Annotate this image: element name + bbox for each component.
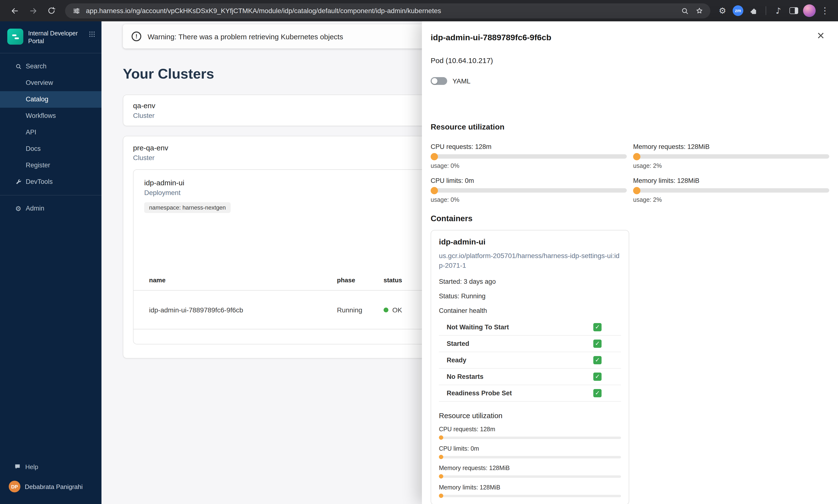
sidebar-divider <box>0 195 102 195</box>
progress-bar <box>439 475 621 478</box>
user-menu[interactable]: DP Debabrata Panigrahi <box>0 476 102 497</box>
check-row: Readiness Probe Set <box>439 385 621 401</box>
progress-bar <box>431 154 627 159</box>
help-chat-icon <box>14 463 21 470</box>
sidebar-item-overview[interactable]: Overview <box>0 74 102 91</box>
container-image: us.gcr.io/platform-205701/harness/harnes… <box>439 251 621 270</box>
progress-dot <box>431 187 438 194</box>
drawer-title: idp-admin-ui-7889789fc6-9f6cb <box>431 33 827 43</box>
container-name: idp-admin-ui <box>439 238 621 247</box>
progress-bar <box>431 188 627 193</box>
metric-cpu-requests: CPU requests: 128m usage: 0% <box>431 143 627 169</box>
status-ok-icon <box>384 307 388 312</box>
extension-gear-icon[interactable] <box>716 4 729 17</box>
container-health-checks: Not Waiting To Start Started Ready No Re… <box>439 319 621 401</box>
media-controls-icon[interactable] <box>772 4 785 17</box>
sidebar-item-api[interactable]: API <box>0 124 102 140</box>
close-icon[interactable] <box>817 29 824 42</box>
back-button[interactable] <box>7 3 22 18</box>
help-button[interactable]: Help <box>0 457 102 476</box>
sidebar: Internal Developer Portal Search Overvie… <box>0 21 102 504</box>
resource-utilization-heading: Resource utilization <box>431 123 827 131</box>
column-header-name: name <box>149 276 337 284</box>
warning-icon: ! <box>132 32 141 41</box>
container-metric-cpu-requests: CPU requests: 128m <box>439 426 621 439</box>
zoom-extension-icon[interactable]: zm <box>732 4 744 17</box>
bookmark-star-icon[interactable] <box>694 6 704 16</box>
sidebar-item-label: DevTools <box>26 178 53 185</box>
pod-ip-subtitle: Pod (10.64.10.217) <box>431 56 827 65</box>
sidebar-divider <box>0 53 102 53</box>
chrome-menu-icon[interactable] <box>819 4 831 17</box>
progress-dot <box>633 153 641 160</box>
sidebar-item-register[interactable]: Register <box>0 157 102 174</box>
column-header-phase: phase <box>337 276 384 284</box>
container-started: Started: 3 days ago <box>439 278 621 285</box>
user-avatar: DP <box>9 481 20 492</box>
sidebar-item-label: Admin <box>26 205 45 212</box>
check-row: Ready <box>439 352 621 368</box>
check-icon <box>593 356 601 364</box>
toggle-knob <box>432 78 437 84</box>
apps-grid-icon[interactable] <box>88 29 95 40</box>
container-metric-memory-limits: Memory limits: 128MiB <box>439 484 621 497</box>
pod-phase-cell: Running <box>337 306 384 313</box>
sidebar-item-label: Workflows <box>26 112 56 119</box>
reload-button[interactable] <box>44 3 59 18</box>
sidebar-item-label: Search <box>26 62 47 70</box>
sidebar-item-workflows[interactable]: Workflows <box>0 107 102 124</box>
sidebar-item-search[interactable]: Search <box>0 58 102 74</box>
profile-avatar[interactable] <box>803 4 816 17</box>
sidebar-item-admin[interactable]: Admin <box>0 200 102 217</box>
site-info-icon[interactable] <box>71 6 81 16</box>
warning-text: Warning: There was a problem retrieving … <box>147 32 343 40</box>
check-icon <box>593 323 601 331</box>
reload-icon <box>47 6 56 15</box>
metric-memory-requests: Memory requests: 128MiB usage: 2% <box>633 143 829 169</box>
check-row: Started <box>439 336 621 352</box>
container-card: idp-admin-ui us.gcr.io/platform-205701/h… <box>431 230 629 504</box>
progress-bar <box>439 456 621 458</box>
url-bar[interactable]: app.harness.io/ng/account/vpCkHKsDSxK9_K… <box>65 3 710 18</box>
metric-cpu-limits: CPU limits: 0m usage: 0% <box>431 177 627 203</box>
container-resource-heading: Resource utilization <box>439 411 621 419</box>
sidebar-item-label: Overview <box>26 79 53 86</box>
extensions-puzzle-icon[interactable] <box>747 4 760 17</box>
yaml-toggle[interactable] <box>431 77 447 85</box>
yaml-toggle-label: YAML <box>453 77 470 85</box>
wrench-icon <box>15 178 22 185</box>
sidebar-item-devtools[interactable]: DevTools <box>0 174 102 190</box>
app-root: app.harness.io/ng/account/vpCkHKsDSxK9_K… <box>0 0 838 504</box>
sidebar-item-label: Catalog <box>26 95 48 103</box>
url-text: app.harness.io/ng/account/vpCkHKsDSxK9_K… <box>86 7 675 15</box>
progress-bar <box>633 188 829 193</box>
side-panel-icon[interactable] <box>787 4 800 17</box>
progress-dot <box>439 493 443 498</box>
search-icon <box>15 62 22 70</box>
check-icon <box>593 372 601 380</box>
browser-chrome: app.harness.io/ng/account/vpCkHKsDSxK9_K… <box>0 0 838 21</box>
sidebar-bottom: Help DP Debabrata Panigrahi <box>0 457 102 504</box>
check-row: Not Waiting To Start <box>439 319 621 336</box>
gear-icon <box>15 205 22 212</box>
check-row: No Restarts <box>439 368 621 385</box>
pod-details-drawer: idp-admin-ui-7889789fc6-9f6cb Pod (10.64… <box>422 21 838 504</box>
forward-icon <box>29 6 38 15</box>
search-icon[interactable] <box>680 6 689 16</box>
forward-button[interactable] <box>25 3 41 18</box>
check-icon <box>593 339 601 347</box>
container-metric-memory-requests: Memory requests: 128MiB <box>439 465 621 478</box>
container-metric-cpu-limits: CPU limits: 0m <box>439 445 621 458</box>
namespace-badge: namespace: harness-nextgen <box>144 202 231 213</box>
sidebar-item-docs[interactable]: Docs <box>0 140 102 157</box>
chrome-divider <box>766 6 766 15</box>
sidebar-item-label: API <box>26 128 36 136</box>
sidebar-item-catalog[interactable]: Catalog <box>0 91 102 107</box>
check-icon <box>593 389 601 397</box>
progress-dot <box>431 153 438 160</box>
containers-heading: Containers <box>431 214 827 223</box>
progress-dot <box>439 455 443 459</box>
help-label: Help <box>25 463 38 470</box>
container-health-heading: Container health <box>439 307 621 314</box>
user-name: Debabrata Panigrahi <box>25 483 83 490</box>
